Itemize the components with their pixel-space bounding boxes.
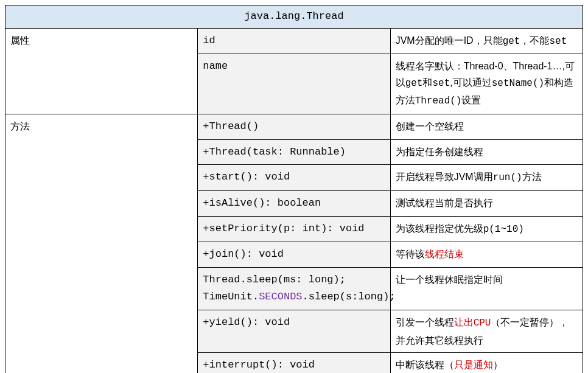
- method-thread-desc: 创建一个空线程: [390, 114, 583, 139]
- prop-name-desc: 线程名字默认：Thread-0、Thread-1…,可以get和set,可以通过…: [390, 54, 583, 114]
- table-header-row: java.lang.Thread: [5, 5, 583, 29]
- method-setpriority: +setPriority(p: int): void: [198, 216, 390, 242]
- text: ）: [493, 360, 503, 370]
- highlight-red: 线程结束: [425, 249, 464, 259]
- method-sleep-desc: 让一个线程休眠指定时间: [390, 267, 583, 310]
- text: 引发一个线程: [396, 317, 454, 327]
- text: 等待该: [396, 249, 425, 259]
- code-get: get: [405, 78, 423, 89]
- method-yield: +yield(): void: [198, 310, 390, 352]
- table-title: java.lang.Thread: [5, 5, 583, 29]
- code-set: set: [549, 36, 567, 47]
- text: 为该线程指定优先级: [396, 223, 483, 234]
- method-yield-desc: 引发一个线程让出CPU（不一定暂停），并允许其它线程执行: [390, 310, 583, 352]
- method-thread-runnable-desc: 为指定任务创建线程: [390, 139, 583, 165]
- code-set: set: [432, 78, 450, 89]
- code-run: run(): [493, 172, 522, 183]
- text: ，不能: [520, 35, 549, 46]
- prop-id-desc: JVM分配的唯一ID，只能get，不能set: [390, 28, 583, 54]
- code-thread: Thread(): [415, 96, 462, 106]
- method-join-desc: 等待该线程结束: [390, 242, 583, 267]
- method-isalive: +isAlive(): boolean: [198, 190, 390, 216]
- text: 中断该线程（: [396, 360, 454, 370]
- category-methods: 方法: [5, 114, 198, 373]
- table-row: 方法 +Thread() 创建一个空线程: [5, 114, 583, 139]
- code-line: TimeUnit.SECONDS.sleep(s:long);: [203, 288, 385, 306]
- method-join: +join(): void: [198, 242, 390, 267]
- highlight-red: 只是通知: [454, 360, 493, 370]
- text: 设置: [461, 95, 481, 105]
- method-setpriority-desc: 为该线程指定优先级p(1~10): [390, 216, 583, 242]
- prop-id: id: [198, 28, 390, 54]
- text: ,可以通过: [450, 77, 491, 88]
- text: 方法: [522, 172, 542, 182]
- highlight-purple: SECONDS: [259, 291, 302, 302]
- category-properties: 属性: [5, 28, 198, 114]
- method-start-desc: 开启线程导致JVM调用run()方法: [390, 165, 583, 190]
- prop-name: name: [198, 54, 390, 114]
- method-start: +start(): void: [198, 165, 390, 190]
- method-sleep: Thread.sleep(ms: long); TimeUnit.SECONDS…: [198, 267, 390, 310]
- table-row: 属性 id JVM分配的唯一ID，只能get，不能set: [5, 28, 583, 54]
- highlight-red: 让出CPU: [454, 318, 491, 329]
- method-isalive-desc: 测试线程当前是否执行: [390, 190, 583, 216]
- thread-api-table: java.lang.Thread 属性 id JVM分配的唯一ID，只能get，…: [5, 5, 583, 373]
- method-interrupt: +interrupt(): void: [198, 352, 390, 373]
- method-thread-runnable: +Thread(task: Runnable): [198, 139, 390, 165]
- code-setname: setName(): [492, 78, 544, 89]
- method-interrupt-desc: 中断该线程（只是通知）: [390, 352, 583, 373]
- text: 开启线程导致JVM调用: [396, 172, 493, 182]
- text: 和: [422, 77, 432, 88]
- method-thread: +Thread(): [198, 114, 390, 139]
- code-line: Thread.sleep(ms: long);: [203, 271, 385, 289]
- text: JVM分配的唯一ID，只能: [396, 35, 503, 46]
- code-get: get: [503, 36, 520, 47]
- code-p: p(1~10): [483, 224, 524, 235]
